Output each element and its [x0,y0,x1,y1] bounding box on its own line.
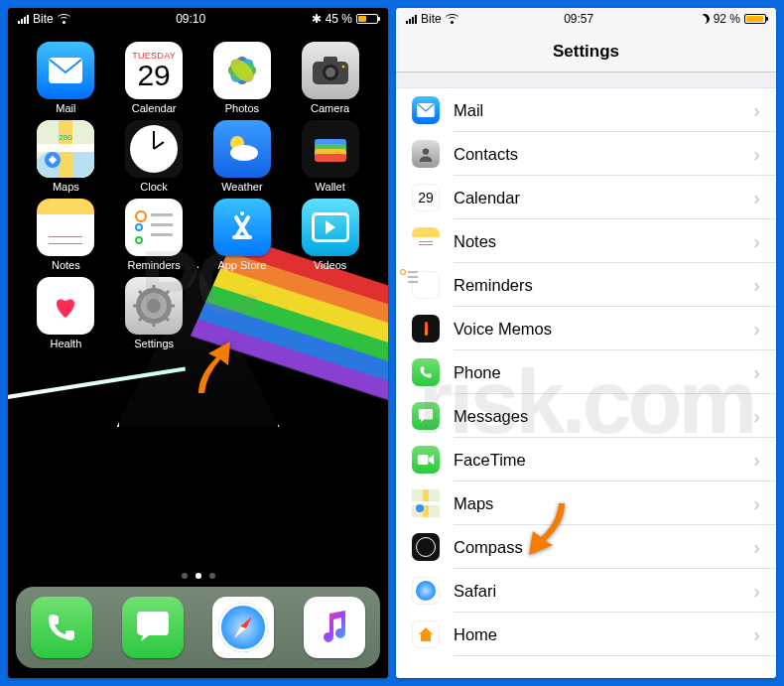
svg-point-27 [147,299,161,313]
chevron-right-icon: › [753,492,760,515]
chevron-right-icon: › [753,230,760,253]
row-messages[interactable]: Messages› [396,394,776,438]
arrow-to-settings [189,336,238,395]
settings-screen: risk.com Bite 09:57 92 % Settings Mail› … [396,8,776,678]
svg-line-35 [165,291,169,295]
svg-point-20 [230,145,258,161]
page-indicator[interactable] [8,573,388,579]
reminders-icon [412,271,440,299]
home-screen: PC Bite 09:10 ✱ 45 % Mail TUESDAY29Calen… [8,8,388,678]
dock-phone[interactable] [31,597,92,658]
voice-memos-icon [412,315,440,343]
svg-point-13 [341,66,344,69]
dnd-moon-icon [698,13,711,26]
svg-rect-43 [412,501,440,505]
app-clock[interactable]: Clock [110,120,198,193]
chevron-right-icon: › [753,318,760,341]
chevron-right-icon: › [753,361,760,384]
app-wallet[interactable]: Wallet [286,120,374,193]
chevron-right-icon: › [753,187,760,209]
svg-line-33 [165,317,169,321]
carrier-label: Bite [33,12,54,26]
battery-icon [356,14,378,24]
battery-icon [744,14,766,24]
carrier-label: Bite [421,12,442,26]
row-mail[interactable]: Mail› [396,88,776,132]
battery-pct: 92 % [714,12,740,26]
app-appstore[interactable]: App Store [198,199,287,271]
phone-icon [412,358,440,386]
contacts-icon [412,140,440,168]
row-calendar[interactable]: 29Calendar› [396,176,776,219]
chevron-right-icon: › [753,274,760,297]
row-compass[interactable]: Compass› [396,525,776,569]
app-mail[interactable]: Mail [22,42,110,114]
row-safari[interactable]: Safari› [396,569,776,613]
app-camera[interactable]: Camera [286,42,374,114]
app-calendar[interactable]: TUESDAY29Calendar [110,42,198,114]
app-reminders[interactable]: Reminders [110,199,198,271]
svg-point-39 [423,148,429,154]
svg-rect-24 [315,154,346,162]
svg-marker-37 [234,626,246,638]
wifi-icon [446,14,458,24]
svg-point-44 [416,504,424,512]
app-settings[interactable]: Settings [110,277,198,349]
facetime-icon [412,446,440,474]
chevron-right-icon: › [753,143,760,166]
row-maps[interactable]: Maps› [396,481,776,525]
status-bar: Bite 09:10 ✱ 45 % [8,8,388,30]
messages-icon [412,402,440,430]
battery-charge-icon: ✱ [312,12,322,26]
svg-point-12 [326,68,335,77]
app-notes[interactable]: Notes [22,199,110,271]
section-break [396,72,776,88]
settings-list[interactable]: Mail› Contacts› 29Calendar› Notes› Remin… [396,72,776,678]
nav-title: Settings [396,30,776,72]
arrow-to-safari [523,501,573,561]
chevron-right-icon: › [753,449,760,472]
row-voicememos[interactable]: Voice Memos› [396,307,776,350]
maps-icon [412,489,440,517]
clock-label: 09:10 [176,12,205,26]
row-notes[interactable]: Notes› [396,219,776,263]
dock-music[interactable] [304,597,365,658]
row-phone[interactable]: Phone› [396,350,776,394]
app-weather[interactable]: Weather [198,120,287,193]
app-videos[interactable]: Videos [286,199,374,271]
chevron-right-icon: › [753,580,760,603]
row-contacts[interactable]: Contacts› [396,132,776,176]
svg-rect-40 [418,455,429,465]
compass-icon [412,533,440,561]
signal-icon [406,15,417,24]
signal-icon [18,15,29,24]
row-facetime[interactable]: FaceTime› [396,438,776,481]
chevron-right-icon: › [753,623,760,646]
battery-pct: 45 % [326,12,352,26]
calendar-icon: 29 [412,184,440,211]
wifi-icon [58,14,70,24]
chevron-right-icon: › [753,405,760,428]
notes-icon [412,227,440,255]
home-icon [412,620,440,648]
row-home[interactable]: Home› [396,613,776,656]
status-bar: Bite 09:57 92 % [396,8,776,30]
chevron-right-icon: › [753,99,760,122]
clock-label: 09:57 [564,12,593,26]
app-photos[interactable]: Photos [198,42,287,114]
app-health[interactable]: Health [22,277,110,349]
svg-text:280: 280 [60,133,73,142]
row-reminders[interactable]: Reminders› [396,263,776,307]
app-maps[interactable]: 280Maps [22,120,110,193]
safari-icon [412,577,440,605]
svg-line-34 [139,317,143,321]
dock-messages[interactable] [122,597,184,658]
svg-rect-10 [324,57,337,64]
svg-rect-0 [49,58,82,83]
app-grid: Mail TUESDAY29Calendar Photos Camera 280… [8,30,388,349]
chevron-right-icon: › [753,536,760,559]
dock-safari[interactable] [212,597,274,658]
mail-icon [412,96,440,124]
dock [16,587,380,668]
svg-line-32 [139,291,143,295]
